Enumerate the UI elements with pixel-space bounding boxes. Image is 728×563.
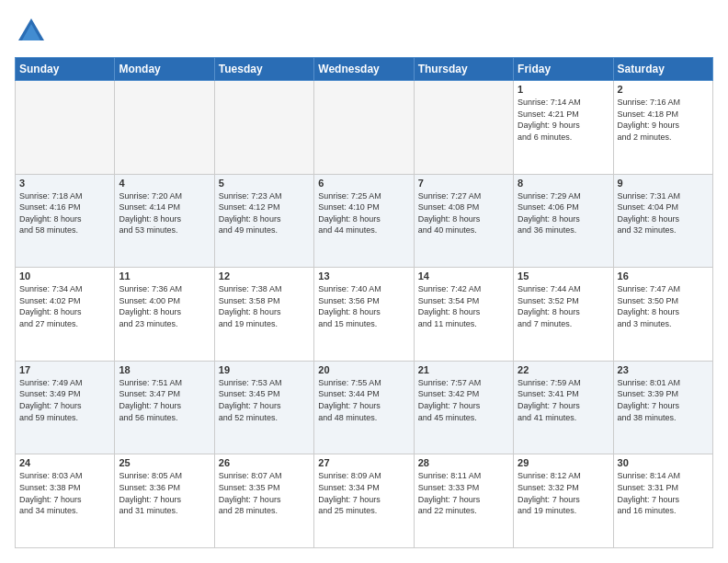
day-number: 25 bbox=[119, 457, 210, 468]
day-number: 6 bbox=[318, 178, 409, 189]
day-info: Sunrise: 7:49 AM Sunset: 3:49 PM Dayligh… bbox=[19, 377, 110, 423]
weekday-header-thursday: Thursday bbox=[414, 58, 513, 81]
weekday-header-wednesday: Wednesday bbox=[314, 58, 414, 81]
day-info: Sunrise: 8:07 AM Sunset: 3:35 PM Dayligh… bbox=[219, 470, 310, 516]
day-number: 4 bbox=[119, 178, 210, 189]
weekday-header-sunday: Sunday bbox=[16, 58, 115, 81]
weekday-header-saturday: Saturday bbox=[613, 58, 712, 81]
calendar-cell: 13Sunrise: 7:40 AM Sunset: 3:56 PM Dayli… bbox=[314, 268, 414, 362]
calendar-cell: 17Sunrise: 7:49 AM Sunset: 3:49 PM Dayli… bbox=[16, 361, 115, 454]
day-number: 15 bbox=[518, 270, 609, 282]
day-number: 11 bbox=[119, 270, 210, 282]
calendar-cell: 16Sunrise: 7:47 AM Sunset: 3:50 PM Dayli… bbox=[613, 268, 712, 362]
page: SundayMondayTuesdayWednesdayThursdayFrid… bbox=[0, 0, 728, 563]
calendar-cell: 24Sunrise: 8:03 AM Sunset: 3:38 PM Dayli… bbox=[16, 454, 115, 548]
day-info: Sunrise: 7:16 AM Sunset: 4:18 PM Dayligh… bbox=[618, 97, 709, 143]
calendar-cell: 30Sunrise: 8:14 AM Sunset: 3:31 PM Dayli… bbox=[613, 454, 712, 548]
calendar-cell bbox=[314, 81, 414, 175]
calendar-cell bbox=[414, 81, 513, 175]
day-info: Sunrise: 7:25 AM Sunset: 4:10 PM Dayligh… bbox=[318, 190, 409, 236]
week-row-3: 10Sunrise: 7:34 AM Sunset: 4:02 PM Dayli… bbox=[16, 268, 713, 362]
week-row-4: 17Sunrise: 7:49 AM Sunset: 3:49 PM Dayli… bbox=[16, 361, 713, 454]
calendar-cell: 7Sunrise: 7:27 AM Sunset: 4:08 PM Daylig… bbox=[414, 174, 513, 268]
day-info: Sunrise: 8:12 AM Sunset: 3:32 PM Dayligh… bbox=[518, 470, 609, 516]
calendar-cell: 14Sunrise: 7:42 AM Sunset: 3:54 PM Dayli… bbox=[414, 268, 513, 362]
calendar-cell: 20Sunrise: 7:55 AM Sunset: 3:44 PM Dayli… bbox=[314, 361, 414, 454]
calendar-cell: 9Sunrise: 7:31 AM Sunset: 4:04 PM Daylig… bbox=[613, 174, 712, 268]
day-info: Sunrise: 8:01 AM Sunset: 3:39 PM Dayligh… bbox=[618, 377, 709, 423]
day-number: 28 bbox=[418, 457, 509, 468]
day-number: 17 bbox=[19, 364, 110, 375]
calendar-cell: 26Sunrise: 8:07 AM Sunset: 3:35 PM Dayli… bbox=[214, 454, 313, 548]
calendar-cell: 19Sunrise: 7:53 AM Sunset: 3:45 PM Dayli… bbox=[214, 361, 313, 454]
calendar-cell: 6Sunrise: 7:25 AM Sunset: 4:10 PM Daylig… bbox=[314, 174, 414, 268]
calendar-cell: 11Sunrise: 7:36 AM Sunset: 4:00 PM Dayli… bbox=[115, 268, 214, 362]
logo-icon bbox=[15, 15, 48, 48]
calendar-cell: 8Sunrise: 7:29 AM Sunset: 4:06 PM Daylig… bbox=[514, 174, 613, 268]
logo bbox=[15, 15, 53, 48]
day-number: 3 bbox=[19, 178, 110, 189]
day-info: Sunrise: 7:20 AM Sunset: 4:14 PM Dayligh… bbox=[119, 190, 210, 236]
calendar-cell: 15Sunrise: 7:44 AM Sunset: 3:52 PM Dayli… bbox=[514, 268, 613, 362]
weekday-header-tuesday: Tuesday bbox=[214, 58, 313, 81]
day-number: 1 bbox=[518, 84, 609, 95]
day-number: 13 bbox=[318, 270, 409, 282]
day-info: Sunrise: 7:47 AM Sunset: 3:50 PM Dayligh… bbox=[618, 283, 709, 329]
day-info: Sunrise: 7:44 AM Sunset: 3:52 PM Dayligh… bbox=[518, 283, 609, 329]
day-number: 20 bbox=[318, 364, 409, 375]
calendar-cell: 28Sunrise: 8:11 AM Sunset: 3:33 PM Dayli… bbox=[414, 454, 513, 548]
header bbox=[15, 15, 713, 48]
calendar-cell: 25Sunrise: 8:05 AM Sunset: 3:36 PM Dayli… bbox=[115, 454, 214, 548]
day-number: 5 bbox=[219, 178, 310, 189]
day-number: 9 bbox=[618, 178, 709, 189]
week-row-5: 24Sunrise: 8:03 AM Sunset: 3:38 PM Dayli… bbox=[16, 454, 713, 548]
day-info: Sunrise: 7:40 AM Sunset: 3:56 PM Dayligh… bbox=[318, 283, 409, 329]
calendar-cell: 22Sunrise: 7:59 AM Sunset: 3:41 PM Dayli… bbox=[514, 361, 613, 454]
calendar-cell: 29Sunrise: 8:12 AM Sunset: 3:32 PM Dayli… bbox=[514, 454, 613, 548]
day-number: 21 bbox=[418, 364, 509, 375]
day-info: Sunrise: 7:38 AM Sunset: 3:58 PM Dayligh… bbox=[219, 283, 310, 329]
weekday-header-friday: Friday bbox=[514, 58, 613, 81]
calendar-cell: 21Sunrise: 7:57 AM Sunset: 3:42 PM Dayli… bbox=[414, 361, 513, 454]
day-number: 24 bbox=[19, 457, 110, 468]
calendar-cell: 4Sunrise: 7:20 AM Sunset: 4:14 PM Daylig… bbox=[115, 174, 214, 268]
day-number: 22 bbox=[518, 364, 609, 375]
calendar-cell: 1Sunrise: 7:14 AM Sunset: 4:21 PM Daylig… bbox=[514, 81, 613, 175]
day-number: 12 bbox=[219, 270, 310, 282]
day-info: Sunrise: 7:27 AM Sunset: 4:08 PM Dayligh… bbox=[418, 190, 509, 236]
day-number: 8 bbox=[518, 178, 609, 189]
day-info: Sunrise: 7:51 AM Sunset: 3:47 PM Dayligh… bbox=[119, 377, 210, 423]
day-info: Sunrise: 8:03 AM Sunset: 3:38 PM Dayligh… bbox=[19, 470, 110, 516]
day-info: Sunrise: 8:14 AM Sunset: 3:31 PM Dayligh… bbox=[618, 470, 709, 516]
day-number: 10 bbox=[19, 270, 110, 282]
day-info: Sunrise: 7:59 AM Sunset: 3:41 PM Dayligh… bbox=[518, 377, 609, 423]
day-info: Sunrise: 8:05 AM Sunset: 3:36 PM Dayligh… bbox=[119, 470, 210, 516]
weekday-header-row: SundayMondayTuesdayWednesdayThursdayFrid… bbox=[16, 58, 713, 81]
weekday-header-monday: Monday bbox=[115, 58, 214, 81]
week-row-2: 3Sunrise: 7:18 AM Sunset: 4:16 PM Daylig… bbox=[16, 174, 713, 268]
calendar-cell bbox=[115, 81, 214, 175]
calendar: SundayMondayTuesdayWednesdayThursdayFrid… bbox=[15, 57, 713, 548]
day-number: 23 bbox=[618, 364, 709, 375]
day-info: Sunrise: 7:23 AM Sunset: 4:12 PM Dayligh… bbox=[219, 190, 310, 236]
day-info: Sunrise: 7:31 AM Sunset: 4:04 PM Dayligh… bbox=[618, 190, 709, 236]
day-info: Sunrise: 7:42 AM Sunset: 3:54 PM Dayligh… bbox=[418, 283, 509, 329]
day-number: 27 bbox=[318, 457, 409, 468]
calendar-cell bbox=[214, 81, 313, 175]
day-info: Sunrise: 7:57 AM Sunset: 3:42 PM Dayligh… bbox=[418, 377, 509, 423]
calendar-cell: 27Sunrise: 8:09 AM Sunset: 3:34 PM Dayli… bbox=[314, 454, 414, 548]
day-number: 16 bbox=[618, 270, 709, 282]
day-info: Sunrise: 7:34 AM Sunset: 4:02 PM Dayligh… bbox=[19, 283, 110, 329]
day-info: Sunrise: 7:36 AM Sunset: 4:00 PM Dayligh… bbox=[119, 283, 210, 329]
day-info: Sunrise: 7:18 AM Sunset: 4:16 PM Dayligh… bbox=[19, 190, 110, 236]
day-number: 18 bbox=[119, 364, 210, 375]
calendar-cell: 3Sunrise: 7:18 AM Sunset: 4:16 PM Daylig… bbox=[16, 174, 115, 268]
day-info: Sunrise: 7:55 AM Sunset: 3:44 PM Dayligh… bbox=[318, 377, 409, 423]
week-row-1: 1Sunrise: 7:14 AM Sunset: 4:21 PM Daylig… bbox=[16, 81, 713, 175]
calendar-cell: 18Sunrise: 7:51 AM Sunset: 3:47 PM Dayli… bbox=[115, 361, 214, 454]
day-info: Sunrise: 8:11 AM Sunset: 3:33 PM Dayligh… bbox=[418, 470, 509, 516]
day-number: 2 bbox=[618, 84, 709, 95]
day-number: 14 bbox=[418, 270, 509, 282]
day-number: 7 bbox=[418, 178, 509, 189]
day-number: 19 bbox=[219, 364, 310, 375]
